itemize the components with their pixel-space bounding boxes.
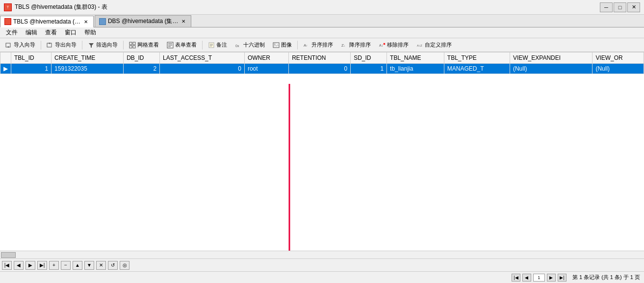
menu-bar: 文件 编辑 查看 窗口 帮助 — [0, 27, 644, 38]
import-wizard-button[interactable]: 导入向导 — [2, 40, 39, 51]
nav-last-button[interactable]: ▶| — [37, 261, 47, 270]
svg-text:↑: ↑ — [306, 44, 308, 47]
col-tbl-type[interactable]: TBL_TYPE — [444, 52, 510, 64]
menu-view[interactable]: 查看 — [41, 27, 61, 38]
hex-button[interactable]: 0x 十六进制 — [232, 40, 268, 51]
tab-tbls[interactable]: TBLS @hivemetadata (… ✕ — [0, 16, 94, 27]
svg-point-23 — [274, 43, 276, 45]
table-row[interactable]: ▶ 1 1591322035 2 0 root 0 1 tb_lianjia M… — [0, 64, 644, 74]
svg-text:0x: 0x — [235, 44, 239, 48]
col-sd-id[interactable]: SD_ID — [351, 52, 387, 64]
cell-owner: root — [244, 64, 288, 74]
col-db-id[interactable]: DB_ID — [124, 52, 160, 64]
row-indicator: ▶ — [0, 64, 11, 74]
table-wrapper[interactable]: TBL_ID CREATE_TIME DB_ID LAST_ACCESS_T O… — [0, 52, 644, 251]
minimize-button[interactable]: ─ — [600, 2, 613, 12]
remove-sort-icon: A↕ — [379, 42, 386, 49]
sort-asc-icon: A↑ — [303, 42, 310, 49]
status-next-button[interactable]: ▶ — [547, 274, 556, 282]
col-last-access[interactable]: LAST_ACCESS_T — [160, 52, 245, 64]
col-tbl-id[interactable]: TBL_ID — [11, 52, 52, 64]
note-icon — [208, 42, 215, 49]
tab-bar: TBLS @hivemetadata (… ✕ DBS @hivemetadat… — [0, 15, 644, 27]
close-button[interactable]: ✕ — [627, 2, 640, 12]
move-down-button[interactable]: ▼ — [84, 261, 94, 270]
hex-icon: 0x — [235, 42, 242, 49]
apply-button[interactable]: ◎ — [120, 261, 129, 270]
tab-dbs-close[interactable]: ✕ — [180, 18, 187, 25]
tab-dbs[interactable]: DBS @hivemetadata (集… ✕ — [95, 15, 192, 27]
svg-rect-11 — [129, 46, 132, 48]
svg-rect-9 — [129, 42, 132, 45]
cell-sd-id: 1 — [351, 64, 387, 74]
form-view-button[interactable]: 表单查看 — [163, 40, 200, 51]
status-page-input[interactable]: 1 — [533, 274, 545, 282]
window-title: TBLS @hivemetadata (集群03) - 表 — [15, 3, 107, 11]
status-bar: |◀ ◀ 1 ▶ ▶| 第 1 条记录 (共 1 条) 于 1 页 — [0, 271, 644, 283]
move-up-button[interactable]: ▲ — [73, 261, 82, 270]
cell-tbl-name: tb_lianjia — [387, 64, 444, 74]
status-last-button[interactable]: ▶| — [558, 274, 567, 282]
col-indicator — [0, 52, 11, 64]
horizontal-scrollbar[interactable] — [0, 251, 644, 258]
nav-prev-button[interactable]: ◀ — [14, 261, 24, 270]
data-table: TBL_ID CREATE_TIME DB_ID LAST_ACCESS_T O… — [0, 52, 644, 74]
status-page-info: 第 1 条记录 (共 1 条) 于 1 页 — [572, 274, 640, 281]
add-row-button[interactable]: + — [49, 261, 59, 270]
custom-sort-button[interactable]: A↕Z 自定义排序 — [413, 40, 455, 51]
export-wizard-button[interactable]: 导出向导 — [43, 40, 80, 51]
note-button[interactable]: 备注 — [205, 40, 231, 51]
cell-last-access: 0 — [160, 64, 245, 74]
tab-dbs-icon — [99, 18, 106, 25]
cell-view-or: (Null) — [592, 64, 644, 74]
col-tbl-name[interactable]: TBL_NAME — [387, 52, 444, 64]
cell-create-time: 1591322035 — [52, 64, 124, 74]
col-view-expandei[interactable]: VIEW_EXPANDEI — [510, 52, 592, 64]
tab-tbls-icon — [4, 18, 11, 25]
nav-next-button[interactable]: ▶ — [26, 261, 35, 270]
col-view-or[interactable]: VIEW_OR — [592, 52, 644, 64]
nav-first-button[interactable]: |◀ — [2, 261, 12, 270]
image-button[interactable]: 图像 — [269, 40, 295, 51]
menu-file[interactable]: 文件 — [2, 27, 22, 38]
filter-wizard-button[interactable]: 筛选向导 — [84, 40, 121, 51]
cell-view-expandei: (Null) — [510, 64, 592, 74]
grid-view-button[interactable]: 网格查看 — [126, 40, 162, 51]
svg-text:A↕: A↕ — [379, 44, 383, 47]
cell-tbl-id: 1 — [11, 64, 52, 74]
bottom-toolbar: |◀ ◀ ▶ ▶| + − ▲ ▼ ✕ ↺ ◎ — [0, 258, 644, 271]
image-icon — [273, 42, 280, 49]
menu-help[interactable]: 帮助 — [80, 27, 100, 38]
svg-marker-8 — [89, 43, 94, 48]
col-create-time[interactable]: CREATE_TIME — [52, 52, 124, 64]
custom-sort-icon: A↕Z — [416, 42, 423, 49]
status-prev-button[interactable]: ◀ — [522, 274, 531, 282]
sort-desc-icon: Z↓ — [341, 42, 348, 49]
form-icon — [167, 42, 174, 49]
svg-text:↓: ↓ — [344, 44, 345, 47]
svg-rect-12 — [133, 46, 135, 48]
sort-asc-button[interactable]: A↑ 升序排序 — [300, 40, 336, 51]
maximize-button[interactable]: □ — [614, 2, 626, 12]
app-window: T TBLS @hivemetadata (集群03) - 表 ─ □ ✕ TB… — [0, 0, 644, 283]
table-header-row: TBL_ID CREATE_TIME DB_ID LAST_ACCESS_T O… — [0, 52, 644, 64]
cancel-button[interactable]: ✕ — [96, 261, 106, 270]
menu-edit[interactable]: 编辑 — [22, 27, 41, 38]
delete-row-button[interactable]: − — [61, 261, 71, 270]
filter-icon — [88, 42, 95, 49]
col-retention[interactable]: RETENTION — [289, 52, 351, 64]
remove-sort-button[interactable]: A↕ 移除排序 — [375, 40, 412, 51]
app-icon: T — [4, 3, 12, 11]
tab-tbls-label: TBLS @hivemetadata (… — [13, 18, 80, 25]
tab-tbls-close[interactable]: ✕ — [82, 18, 89, 25]
cell-retention: 0 — [289, 64, 351, 74]
col-owner[interactable]: OWNER — [244, 52, 288, 64]
menu-window[interactable]: 窗口 — [61, 27, 80, 38]
toolbar: 导入向导 导出向导 筛选向导 网格查看 表单查看 备注 0x 十六进制 — [0, 38, 644, 52]
sort-desc-button[interactable]: Z↓ 降序排序 — [337, 40, 374, 51]
refresh-button[interactable]: ↺ — [108, 261, 118, 270]
status-nav: |◀ ◀ 1 ▶ ▶| 第 1 条记录 (共 1 条) 于 1 页 — [512, 274, 640, 282]
svg-rect-10 — [133, 42, 135, 45]
export-icon — [47, 42, 53, 49]
status-first-button[interactable]: |◀ — [512, 274, 520, 282]
